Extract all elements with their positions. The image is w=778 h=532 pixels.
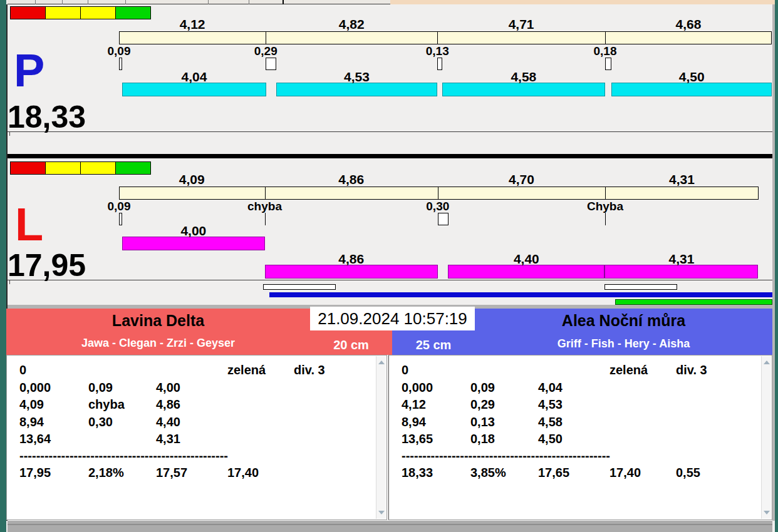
table-cell: 13,64 xyxy=(19,432,51,446)
table-cell: 0 xyxy=(19,363,26,377)
split-time-label: 4,82 xyxy=(323,17,380,31)
change-time-label: Chyba xyxy=(577,200,633,213)
window-border-left xyxy=(0,0,6,532)
run-bar xyxy=(265,265,438,279)
table-cell: 0,09 xyxy=(470,381,495,395)
scrollbar[interactable] xyxy=(761,356,771,519)
split-separator xyxy=(605,187,606,200)
lane-separator-bar xyxy=(8,154,772,158)
status-bar-groove xyxy=(8,524,772,525)
table-cell: div. 3 xyxy=(676,363,707,377)
table-cell: 4,12 xyxy=(402,397,426,412)
table-cell: 8,94 xyxy=(19,415,44,429)
run-time-label: 4,31 xyxy=(653,252,710,266)
change-box xyxy=(266,58,276,70)
fault-tick xyxy=(605,213,606,225)
split-separator xyxy=(437,31,438,44)
run-bar xyxy=(442,83,605,96)
table-cell: 0,29 xyxy=(470,397,495,412)
table-cell: 4,04 xyxy=(538,381,563,395)
split-separator xyxy=(605,31,606,44)
tab-separator xyxy=(35,0,36,4)
dashes-row: ----------------------------------------… xyxy=(402,449,633,463)
team-right-name: Alea Noční můra xyxy=(475,312,772,330)
table-cell: 4,58 xyxy=(538,415,563,429)
run-bar xyxy=(122,237,264,250)
change-box xyxy=(437,58,442,70)
table-cell: 0,09 xyxy=(88,381,113,395)
scroll-up-icon[interactable] xyxy=(378,361,385,364)
status-light xyxy=(10,6,46,19)
team-left-name: Lavina Delta xyxy=(6,312,310,330)
team-right-dogs: Griff - Fish - Hery - Aisha xyxy=(475,337,772,350)
run-bar xyxy=(604,265,758,279)
blue-progress-bar xyxy=(269,292,772,297)
run-time-label: 4,53 xyxy=(328,69,385,84)
split-time-label: 4,68 xyxy=(660,17,717,31)
lane-p-bottom-line xyxy=(8,131,772,132)
tab-separator xyxy=(88,0,88,4)
run-time-label: 4,50 xyxy=(663,69,720,84)
split-separator xyxy=(438,187,438,200)
table-cell: 4,09 xyxy=(19,397,44,412)
summary-cell: 18,33 xyxy=(402,466,433,480)
status-light xyxy=(80,6,116,19)
change-box xyxy=(605,58,611,70)
table-cell: 4,86 xyxy=(156,397,180,412)
split-time-label: 4,86 xyxy=(323,172,380,187)
run-time-label: 4,04 xyxy=(166,69,222,84)
summary-cell: 17,57 xyxy=(156,466,187,480)
scroll-down-icon[interactable] xyxy=(764,511,770,514)
table-cell: 8,94 xyxy=(402,415,426,429)
table-cell: 4,40 xyxy=(156,415,180,429)
team-left-results-panel: 0zelenádiv. 30,0000,094,004,09chyba4,868… xyxy=(6,355,387,520)
table-cell: 0,000 xyxy=(19,381,51,395)
change-time-label: chyba xyxy=(237,200,293,213)
timing-app-window: Lavina Delta Jawa - Clegan - Zrzi - Geys… xyxy=(0,0,778,532)
tab-separator xyxy=(208,0,209,4)
table-cell: 4,00 xyxy=(156,381,180,395)
summary-cell: 3,85% xyxy=(470,466,506,480)
status-light xyxy=(10,161,46,175)
scrollbar[interactable] xyxy=(376,356,386,519)
run-time-label: 4,00 xyxy=(165,223,222,238)
run-bar xyxy=(122,83,266,96)
table-cell: 0,13 xyxy=(470,415,495,429)
lane-letter: P xyxy=(14,48,44,94)
scroll-up-icon[interactable] xyxy=(764,361,770,364)
split-separator xyxy=(265,187,266,200)
outline-progress-bar xyxy=(263,284,336,290)
summary-cell: 2,18% xyxy=(88,466,124,480)
lane-total-time: 17,95 xyxy=(8,250,86,281)
tab-separator xyxy=(249,0,249,4)
change-box xyxy=(119,213,122,225)
status-light xyxy=(115,6,151,19)
split-time-label: 4,31 xyxy=(654,172,710,187)
status-light xyxy=(115,161,151,175)
run-bar xyxy=(611,83,772,96)
lane-l-bottom-line xyxy=(8,280,772,280)
table-cell: 13,65 xyxy=(402,432,433,446)
split-bar xyxy=(119,31,772,44)
scroll-down-icon[interactable] xyxy=(378,511,385,514)
run-time-label: 4,86 xyxy=(323,252,380,266)
tab-separator xyxy=(62,0,63,4)
table-cell: 0,18 xyxy=(470,432,495,446)
outline-progress-bar xyxy=(604,284,677,290)
split-separator xyxy=(266,31,266,44)
background-window-area xyxy=(390,0,775,4)
summary-cell: 17,40 xyxy=(609,466,641,480)
team-right-results-panel: 0zelenádiv. 30,0000,094,044,120,294,538,… xyxy=(388,355,772,520)
table-cell: 0 xyxy=(402,363,408,377)
window-status-bar xyxy=(8,520,772,532)
split-bar xyxy=(119,187,759,200)
change-time-label: 0,09 xyxy=(91,45,147,58)
table-cell: div. 3 xyxy=(294,363,325,377)
status-light xyxy=(45,161,81,175)
lane-letter: L xyxy=(15,202,43,248)
run-time-label: 4,40 xyxy=(498,252,554,266)
background-window-tabs xyxy=(8,0,390,4)
window-border-right xyxy=(775,0,778,532)
datetime-display: 21.09.2024 10:57:19 xyxy=(310,307,475,330)
change-time-label: 0,30 xyxy=(410,200,466,213)
